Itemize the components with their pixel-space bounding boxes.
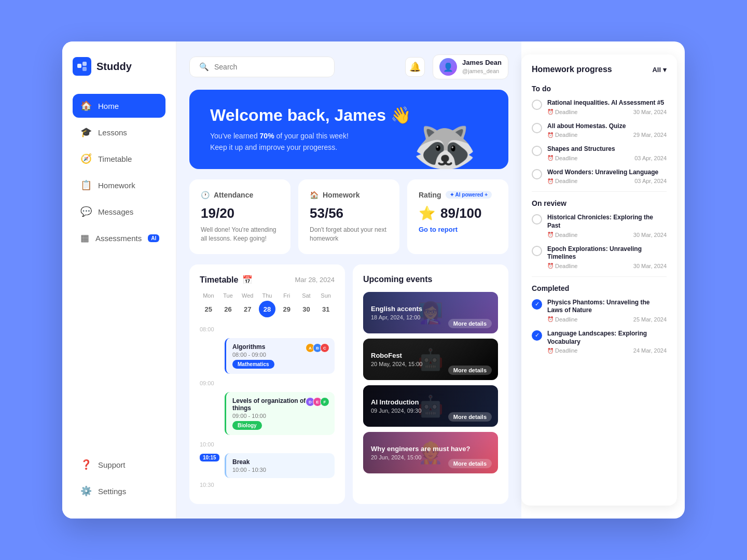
event-item-ai[interactable]: 🤖 AI Introduction 09 Jun, 2024, 09:30 Mo… [363,385,498,427]
go-report-button[interactable]: Go to report [419,226,497,233]
sidebar-item-homework[interactable]: 📋 Homework [73,173,165,197]
day-col-fri[interactable]: Fri 29 [278,292,296,317]
sidebar-item-timetable[interactable]: 🧭 Timetable [73,147,165,171]
day-col-sat[interactable]: Sat 30 [298,292,315,317]
hw-checkbox-todo-0[interactable] [532,100,542,110]
timetable-card: Timetable 📅 Mar 28, 2024 Mon 25 Tue 26 W… [189,264,345,504]
schedule-item-break[interactable]: Break 10:00 - 10:30 [225,453,335,478]
sidebar-item-home[interactable]: 🏠 Home [73,94,165,118]
day-col-tue[interactable]: Tue 26 [219,292,237,317]
hw-filter-button[interactable]: All ▾ [652,66,667,74]
avatar: 👤 [439,58,457,76]
day-num-sun[interactable]: 31 [317,301,334,317]
schedule-item-biology[interactable]: Levels of organization of living things … [225,392,335,435]
hw-details-completed-0: Physics Phantoms: Unraveling the Laws of… [547,299,667,323]
tag-mathematics: Mathematics [232,360,274,369]
main-content: 🔍 🔔 👤 James Dean @james_dean [176,41,521,519]
stat-label-rating: Rating ✦ AI powered + [419,191,497,199]
hw-item-todo-2: Shapes and Structures ⏰ Deadline 03 Apr,… [532,145,667,161]
timetable-title: Timetable 📅 [200,275,253,285]
time-label-1030: 10:30 [200,481,219,488]
search-input[interactable] [214,63,325,71]
hw-section-todo: To do Rational inequalities. AI Assessme… [532,85,667,192]
homework-icon: 🏠 [310,191,319,199]
schedule-item-algorithms[interactable]: Algorithms 08:00 - 09:00 A B C Mathemati… [225,338,335,374]
sidebar-label-messages: Messages [98,207,133,216]
event-item-engineers[interactable]: 👷 Why engineers are must have? 20 Jun, 2… [363,432,498,473]
day-col-sun[interactable]: Sun 31 [317,292,335,317]
stat-label-attendance: 🕐 Attendance [201,191,279,199]
day-col-wed[interactable]: Wed 27 [239,292,256,317]
hw-name-todo-2: Shapes and Structures [547,145,667,153]
hw-checkbox-completed-1[interactable]: ✓ [532,330,542,341]
day-name-sun: Sun [317,292,335,299]
sidebar-item-lessons[interactable]: 🎓 Lessons [73,120,165,144]
hw-checkbox-on_review-0[interactable] [532,214,542,225]
day-name-thu: Thu [258,292,276,299]
event-item-english[interactable]: 👩‍🏫 English accents 18 Apr, 2024, 12:00 … [363,292,498,333]
schedule-avatars-biology: D E F [308,397,329,407]
sidebar-item-messages[interactable]: 💬 Messages [73,200,165,223]
hw-checkbox-todo-2[interactable] [532,146,542,156]
user-profile[interactable]: 👤 James Dean @james_dean [433,54,508,79]
day-num-thu[interactable]: 28 [259,301,275,317]
app-container: Studdy 🏠 Home 🎓 Lessons 🧭 Timetable 📋 Ho… [62,41,685,519]
hw-name-on_review-0: Historical Chronicles: Exploring the Pas… [547,214,667,230]
day-num-sat[interactable]: 30 [298,301,314,317]
event-more-robo[interactable]: More details [448,366,492,375]
sidebar-item-assessments[interactable]: ▦ Assessments AI [73,226,165,250]
hw-deadline-on_review-0: ⏰ Deadline 30 Mar, 2024 [547,232,667,238]
timetable-schedule: 08:00 Algorithms 08:00 - 09:00 A B C [200,325,335,491]
hw-sections: To do Rational inequalities. AI Assessme… [532,85,667,354]
homework-progress-panel: Homework progress All ▾ To do Rational i… [521,54,677,506]
hw-deadline-completed-0: ⏰ Deadline 25 Mar, 2024 [547,316,667,323]
homework-nav-icon: 📋 [80,179,92,191]
event-title-english: English accents [371,305,490,313]
sidebar-item-settings[interactable]: ⚙️ Settings [73,479,165,503]
hw-checkbox-todo-3[interactable] [532,169,542,179]
event-title-robo: RoboFest [371,352,490,359]
day-num-tue[interactable]: 26 [220,301,237,317]
stat-note-attendance: Well done! You're attending all lessons.… [201,226,279,243]
welcome-text: Welcome back, James 👋 You've learned 70%… [210,105,411,153]
event-more-english[interactable]: More details [448,319,492,328]
sidebar-label-homework: Homework [98,181,135,190]
hw-date-todo-1: 29 Mar, 2024 [633,132,667,138]
day-col-thu[interactable]: Thu 28 [258,292,276,317]
day-num-wed[interactable]: 27 [239,301,256,317]
hw-checkbox-todo-1[interactable] [532,123,542,133]
hw-name-todo-1: All about Homestas. Quize [547,122,667,131]
calendar-icon: 📅 [242,275,253,285]
day-num-fri[interactable]: 29 [279,301,295,317]
stat-value-attendance: 19/20 [201,205,279,221]
logo-icon [73,57,91,76]
schedule-time-biology: 09:00 - 10:00 [232,413,328,419]
stat-card-rating: Rating ✦ AI powered + ⭐ 89/100 Go to rep… [407,179,508,255]
event-title-engineers: Why engineers are must have? [371,445,490,453]
timetable-card-header: Timetable 📅 Mar 28, 2024 [200,275,335,285]
event-more-engineers[interactable]: More details [448,459,492,468]
hw-checkbox-completed-0[interactable]: ✓ [532,299,542,310]
sidebar: Studdy 🏠 Home 🎓 Lessons 🧭 Timetable 📋 Ho… [62,41,176,519]
stat-value-homework: 53/56 [310,205,388,221]
notification-button[interactable]: 🔔 [405,57,425,77]
day-num-mon[interactable]: 25 [200,301,217,317]
sidebar-label-assessments: Assessments [95,234,142,243]
hw-deadline-todo-3: ⏰ Deadline 03 Apr, 2024 [547,178,667,184]
nav: 🏠 Home 🎓 Lessons 🧭 Timetable 📋 Homework … [73,94,165,453]
search-bar[interactable]: 🔍 [189,57,335,77]
events-card-header: Upcoming events [363,275,498,284]
hw-date-todo-0: 30 Mar, 2024 [633,109,667,115]
bottom-grid: Timetable 📅 Mar 28, 2024 Mon 25 Tue 26 W… [189,264,508,504]
hw-checkbox-on_review-1[interactable] [532,246,542,256]
time-row-1030: 10:30 [200,481,335,491]
event-more-ai[interactable]: More details [448,412,492,422]
hw-item-on_review-0: Historical Chronicles: Exploring the Pas… [532,214,667,237]
day-col-mon[interactable]: Mon 25 [200,292,217,317]
time-label-spacer2 [200,392,219,393]
time-label-spacer [200,338,219,339]
hw-section-completed: Completed ✓ Physics Phantoms: Unraveling… [532,284,667,354]
sidebar-item-support[interactable]: ❓ Support [73,453,165,477]
event-item-robo[interactable]: 🤖 RoboFest 20 May, 2024, 15:00 More deta… [363,339,498,380]
hw-date-on_review-1: 30 Mar, 2024 [633,263,667,269]
